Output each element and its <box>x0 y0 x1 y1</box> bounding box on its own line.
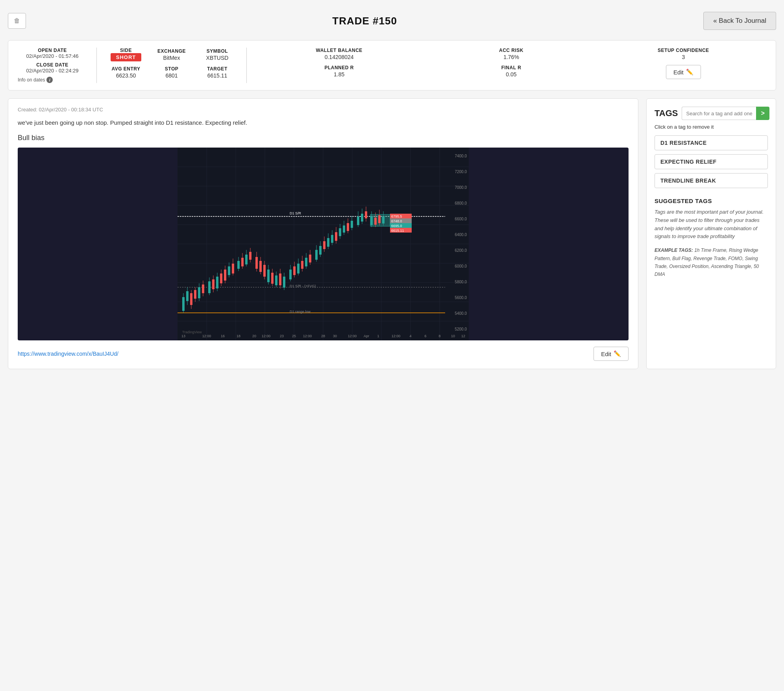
trade-fields-section: SIDE SHORT EXCHANGE BitMex SYMBOL XBTUSD… <box>97 48 246 79</box>
close-date-value: 02/Apr/2020 - 02:24:29 <box>18 68 87 74</box>
stop-field: STOP 6801 <box>152 66 191 79</box>
svg-text:6748.0: 6748.0 <box>391 219 402 223</box>
svg-text:12:00: 12:00 <box>202 334 211 338</box>
wallet-balance-label: WALLET BALANCE <box>316 48 362 53</box>
journal-created: Created: 02/Apr/2020 - 00:18:34 UTC <box>18 107 629 113</box>
avg-entry-value: 6623.50 <box>116 72 136 79</box>
svg-text:12:00: 12:00 <box>303 334 312 338</box>
side-field: SIDE SHORT <box>106 48 146 61</box>
main-content: Created: 02/Apr/2020 - 00:18:34 UTC we'v… <box>8 98 776 369</box>
side-label: SIDE <box>120 48 132 53</box>
svg-text:20: 20 <box>252 334 256 338</box>
symbol-value: XBTUSD <box>206 55 229 61</box>
target-value: 6615.11 <box>207 72 227 79</box>
tag-item[interactable]: TRENDLINE BREAK <box>655 173 768 188</box>
svg-text:7400.0: 7400.0 <box>455 154 467 158</box>
tag-item[interactable]: EXPECTING RELIEF <box>655 154 768 169</box>
setup-confidence-value: 3 <box>682 54 685 60</box>
tag-search-input[interactable] <box>682 107 756 120</box>
svg-text:D1 S/R - (+FVG): D1 S/R - (+FVG) <box>290 284 316 288</box>
svg-text:Apr: Apr <box>364 334 369 338</box>
stop-label: STOP <box>165 66 178 72</box>
wallet-balance-value: 0.14208024 <box>325 54 354 60</box>
exchange-value: BitMex <box>163 55 180 61</box>
stop-value: 6801 <box>165 72 178 79</box>
svg-text:13: 13 <box>181 334 185 338</box>
back-to-journal-button[interactable]: « Back To Journal <box>703 12 776 30</box>
info-on-dates-link[interactable]: Info on dates i <box>18 77 87 83</box>
click-to-remove-label: Click on a tag to remove it <box>655 124 768 130</box>
chart-link[interactable]: https://www.tradingview.com/x/BauIJ4Ud/ <box>18 351 118 357</box>
edit-journal-pencil-icon: ✏️ <box>614 350 621 357</box>
svg-text:23: 23 <box>280 334 284 338</box>
svg-text:7200.0: 7200.0 <box>455 170 467 174</box>
suggested-tags-desc: Tags are the most important part of your… <box>655 208 768 241</box>
tags-title: TAGS <box>655 108 678 118</box>
open-date-label: OPEN DATE <box>18 48 87 53</box>
final-r-value: 0.05 <box>506 71 516 78</box>
avg-entry-label: AVG ENTRY <box>111 66 140 72</box>
symbol-label: SYMBOL <box>207 48 228 54</box>
svg-text:6795.5: 6795.5 <box>391 214 402 218</box>
svg-text:6: 6 <box>424 334 426 338</box>
tag-search-button[interactable]: > <box>756 107 769 120</box>
acc-risk-value: 1.76% <box>503 54 519 60</box>
tags-header: TAGS > <box>655 107 768 120</box>
svg-text:6400.0: 6400.0 <box>455 233 467 237</box>
svg-text:8: 8 <box>438 334 440 338</box>
tag-search-container: > <box>682 107 769 120</box>
suggested-examples-prefix: EXAMPLE TAGS: <box>655 248 693 253</box>
svg-text:6600.0: 6600.0 <box>455 217 467 221</box>
final-r-field: FINAL R 0.05 <box>428 65 594 78</box>
delete-button[interactable]: 🗑 <box>8 13 26 29</box>
edit-journal-button[interactable]: Edit ✏️ <box>594 347 629 361</box>
suggested-tags-section: SUGGESTED TAGS Tags are the most importa… <box>655 198 768 279</box>
svg-text:12: 12 <box>461 334 465 338</box>
journal-subtitle: Bull bias <box>18 134 629 142</box>
svg-text:12:00: 12:00 <box>348 334 357 338</box>
close-date-label: CLOSE DATE <box>18 62 87 68</box>
edit-trade-label: Edit <box>673 69 684 76</box>
exchange-label: EXCHANGE <box>157 48 186 54</box>
tag-item[interactable]: D1 RESISTANCE <box>655 135 768 150</box>
svg-text:5200.0: 5200.0 <box>455 327 467 331</box>
setup-confidence-label: SETUP CONFIDENCE <box>658 48 709 53</box>
svg-text:D1 range low: D1 range low <box>290 310 311 314</box>
svg-text:TradingView: TradingView <box>182 330 202 334</box>
target-label: TARGET <box>207 66 227 72</box>
svg-text:6800.0: 6800.0 <box>455 201 467 205</box>
svg-text:5400.0: 5400.0 <box>455 311 467 316</box>
svg-text:6000.0: 6000.0 <box>455 264 467 268</box>
svg-text:28: 28 <box>321 334 325 338</box>
dates-section: OPEN DATE 02/Apr/2020 - 01:57:46 CLOSE D… <box>18 48 96 83</box>
svg-text:6615.11: 6615.11 <box>391 229 404 233</box>
info-on-dates-text: Info on dates <box>18 77 45 83</box>
journal-footer: https://www.tradingview.com/x/BauIJ4Ud/ … <box>18 347 629 361</box>
edit-trade-button[interactable]: Edit ✏️ <box>666 65 701 79</box>
journal-body: we've just been going up non stop. Pumpe… <box>18 118 629 127</box>
svg-text:30: 30 <box>333 334 337 338</box>
svg-text:16: 16 <box>221 334 225 338</box>
journal-card: Created: 02/Apr/2020 - 00:18:34 UTC we'v… <box>8 98 638 369</box>
svg-text:D1 S/R: D1 S/R <box>290 211 301 215</box>
svg-text:6695.0: 6695.0 <box>391 224 402 228</box>
chart-image: 7400.0 7200.0 7000.0 6800.0 6600.0 6400.… <box>18 148 629 340</box>
target-field: TARGET 6615.11 <box>198 66 237 79</box>
planned-r-value: 1.85 <box>334 71 344 78</box>
symbol-field: SYMBOL XBTUSD <box>198 48 237 61</box>
tag-list: D1 RESISTANCE EXPECTING RELIEF TRENDLINE… <box>655 135 768 188</box>
edit-pencil-icon: ✏️ <box>686 68 693 76</box>
svg-text:6200.0: 6200.0 <box>455 248 467 253</box>
page-title: TRADE #150 <box>332 15 397 27</box>
svg-text:12:00: 12:00 <box>262 334 271 338</box>
svg-text:4: 4 <box>409 334 411 338</box>
wallet-balance-field: WALLET BALANCE 0.14208024 <box>256 48 422 60</box>
open-date-value: 02/Apr/2020 - 01:57:46 <box>18 53 87 59</box>
suggested-tags-title: SUGGESTED TAGS <box>655 198 768 204</box>
svg-text:18: 18 <box>237 334 240 338</box>
svg-text:25: 25 <box>292 334 296 338</box>
tags-panel: TAGS > Click on a tag to remove it D1 RE… <box>646 98 776 369</box>
wallet-section: WALLET BALANCE 0.14208024 ACC RISK 1.76%… <box>247 48 766 79</box>
suggested-tags-examples: EXAMPLE TAGS: 1h Time Frame, Rising Wedg… <box>655 246 768 279</box>
acc-risk-field: ACC RISK 1.76% <box>428 48 594 60</box>
